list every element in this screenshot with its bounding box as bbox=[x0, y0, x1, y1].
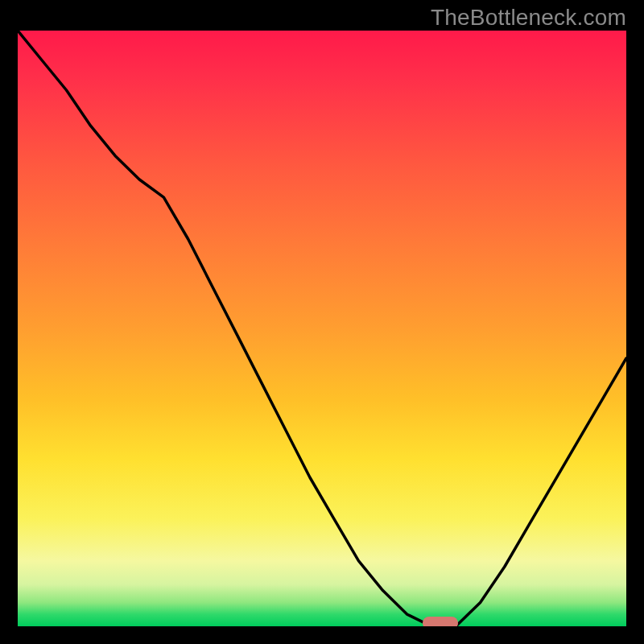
watermark-text: TheBottleneck.com bbox=[431, 5, 626, 31]
bottleneck-curve bbox=[18, 31, 626, 626]
plot-area bbox=[18, 31, 626, 626]
optimum-marker bbox=[423, 617, 458, 626]
chart-frame: TheBottleneck.com bbox=[0, 0, 644, 644]
